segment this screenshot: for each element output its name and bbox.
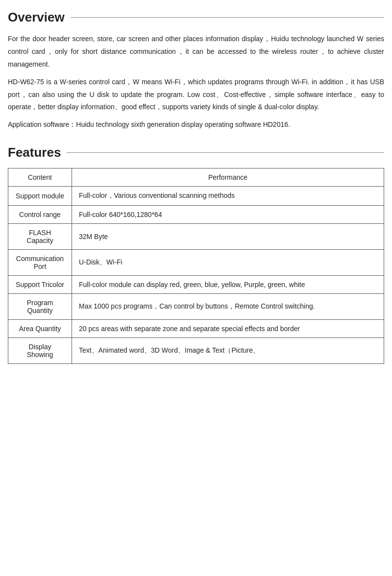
table-cell-content-5: Program Quantity xyxy=(8,294,72,320)
table-cell-content-2: FLASH Capacity xyxy=(8,224,72,250)
table-row: Display ShowingText、Animated word、3D Wor… xyxy=(8,338,384,364)
table-cell-performance-7: Text、Animated word、3D Word、Image & Text（… xyxy=(72,338,384,364)
table-row: Communication PortU-Disk、Wi-Fi xyxy=(8,250,384,276)
table-cell-performance-0: Full-color，Various conventional scanning… xyxy=(72,187,384,206)
table-cell-performance-4: Full-color module can display red, green… xyxy=(72,276,384,294)
table-cell-content-7: Display Showing xyxy=(8,338,72,364)
table-cell-performance-1: Full-color 640*160,1280*64 xyxy=(72,206,384,224)
features-header: Features xyxy=(8,145,384,160)
table-row: Support moduleFull-color，Various convent… xyxy=(8,187,384,206)
table-row: Program QuantityMax 1000 pcs programs，Ca… xyxy=(8,294,384,320)
overview-header: Overview xyxy=(8,10,384,25)
table-cell-performance-6: 20 pcs areas with separate zone and sepa… xyxy=(72,320,384,338)
features-title: Features xyxy=(8,145,61,160)
overview-paragraph-2: HD-W62-75 is a W-series control card，W m… xyxy=(8,76,384,114)
overview-title: Overview xyxy=(8,10,65,25)
col-header-content: Content xyxy=(8,168,72,187)
table-row: Support TricolorFull-color module can di… xyxy=(8,276,384,294)
table-cell-performance-2: 32M Byte xyxy=(72,224,384,250)
table-cell-content-4: Support Tricolor xyxy=(8,276,72,294)
overview-content: For the door header screen, store, car s… xyxy=(8,33,384,131)
overview-paragraph-1: For the door header screen, store, car s… xyxy=(8,33,384,71)
table-row: FLASH Capacity32M Byte xyxy=(8,224,384,250)
table-cell-content-6: Area Quantity xyxy=(8,320,72,338)
table-cell-content-1: Control range xyxy=(8,206,72,224)
overview-divider xyxy=(71,17,384,18)
table-cell-content-3: Communication Port xyxy=(8,250,72,276)
overview-paragraph-3: Application software：Huidu technology si… xyxy=(8,119,384,131)
table-cell-performance-3: U-Disk、Wi-Fi xyxy=(72,250,384,276)
features-section: Features Content Performance Support mod… xyxy=(8,145,384,364)
features-table: Content Performance Support moduleFull-c… xyxy=(8,168,384,364)
table-row: Control rangeFull-color 640*160,1280*64 xyxy=(8,206,384,224)
col-header-performance: Performance xyxy=(72,168,384,187)
table-header-row: Content Performance xyxy=(8,168,384,187)
features-divider xyxy=(67,152,384,153)
table-cell-performance-5: Max 1000 pcs programs，Can control by but… xyxy=(72,294,384,320)
table-row: Area Quantity20 pcs areas with separate … xyxy=(8,320,384,338)
table-cell-content-0: Support module xyxy=(8,187,72,206)
